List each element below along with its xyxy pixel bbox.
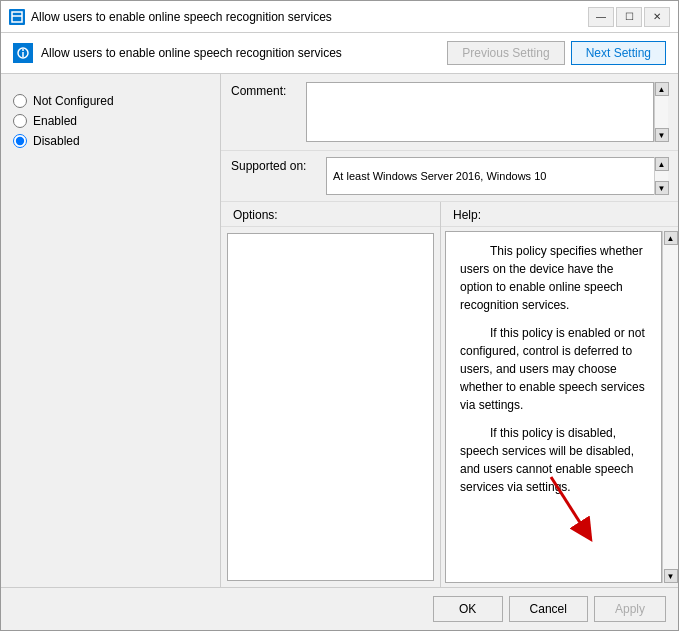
scroll-down-arrow[interactable]: ▼: [655, 128, 669, 142]
supported-scrollbar[interactable]: ▲ ▼: [654, 157, 668, 195]
comment-box-wrapper: ▲ ▼: [306, 82, 668, 142]
apply-button[interactable]: Apply: [594, 596, 666, 622]
header-left: Allow users to enable online speech reco…: [13, 43, 342, 63]
help-scroll-up[interactable]: ▲: [664, 231, 678, 245]
radio-disabled-input[interactable]: [13, 134, 27, 148]
left-panel: Not Configured Enabled Disabled: [1, 74, 221, 587]
svg-rect-0: [12, 12, 22, 22]
help-text: This policy specifies whether users on t…: [445, 231, 662, 583]
header-title: Allow users to enable online speech reco…: [41, 46, 342, 60]
minimize-button[interactable]: —: [588, 7, 614, 27]
help-para-1: This policy specifies whether users on t…: [460, 242, 647, 314]
radio-disabled[interactable]: Disabled: [13, 134, 208, 148]
radio-not-configured-input[interactable]: [13, 94, 27, 108]
svg-line-5: [551, 477, 586, 532]
help-panel: Help: This policy specifies whether user…: [441, 202, 678, 587]
radio-enabled-input[interactable]: [13, 114, 27, 128]
help-label: Help:: [441, 202, 678, 227]
header-icon: [13, 43, 33, 63]
arrow-annotation: [531, 467, 611, 552]
supported-box-wrapper: At least Windows Server 2016, Windows 10…: [326, 157, 668, 195]
ok-button[interactable]: OK: [433, 596, 503, 622]
svg-point-3: [22, 49, 24, 51]
close-button[interactable]: ✕: [644, 7, 670, 27]
supported-value: At least Windows Server 2016, Windows 10: [326, 157, 668, 195]
maximize-button[interactable]: ☐: [616, 7, 642, 27]
comment-textarea[interactable]: [306, 82, 654, 142]
window-title: Allow users to enable online speech reco…: [31, 10, 332, 24]
scroll-up-arrow[interactable]: ▲: [655, 82, 669, 96]
radio-group: Not Configured Enabled Disabled: [13, 84, 208, 158]
help-para-2: If this policy is enabled or not configu…: [460, 324, 647, 414]
prev-setting-button[interactable]: Previous Setting: [447, 41, 564, 65]
header-section: Allow users to enable online speech reco…: [1, 33, 678, 74]
supported-scroll-track: [655, 171, 668, 181]
comment-label: Comment:: [231, 82, 296, 142]
supported-scroll-down[interactable]: ▼: [655, 181, 669, 195]
radio-enabled-label: Enabled: [33, 114, 77, 128]
title-bar-left: Allow users to enable online speech reco…: [9, 9, 332, 25]
main-window: Allow users to enable online speech reco…: [0, 0, 679, 631]
title-bar: Allow users to enable online speech reco…: [1, 1, 678, 33]
supported-section: Supported on: At least Windows Server 20…: [221, 151, 678, 202]
supported-label: Supported on:: [231, 157, 316, 173]
main-content: Not Configured Enabled Disabled Comment:: [1, 74, 678, 587]
supported-scroll-up[interactable]: ▲: [655, 157, 669, 171]
help-scroll-track: [663, 245, 678, 569]
options-box: [227, 233, 434, 581]
radio-not-configured-label: Not Configured: [33, 94, 114, 108]
next-setting-button[interactable]: Next Setting: [571, 41, 666, 65]
radio-not-configured[interactable]: Not Configured: [13, 94, 208, 108]
options-label: Options:: [221, 202, 440, 227]
radio-disabled-label: Disabled: [33, 134, 80, 148]
options-panel: Options:: [221, 202, 441, 587]
help-scroll-down[interactable]: ▼: [664, 569, 678, 583]
panels-row: Options: Help: This policy specifies whe…: [221, 202, 678, 587]
header-buttons: Previous Setting Next Setting: [447, 41, 666, 65]
right-panel: Comment: ▲ ▼ Supported on: At least Wind…: [221, 74, 678, 587]
footer: OK Cancel Apply: [1, 587, 678, 630]
comment-section: Comment: ▲ ▼: [221, 74, 678, 151]
help-scrollbar[interactable]: ▲ ▼: [662, 231, 678, 583]
comment-scrollbar[interactable]: ▲ ▼: [654, 82, 668, 142]
window-icon: [9, 9, 25, 25]
help-content-wrapper: This policy specifies whether users on t…: [441, 227, 678, 587]
title-bar-controls: — ☐ ✕: [588, 7, 670, 27]
radio-enabled[interactable]: Enabled: [13, 114, 208, 128]
scroll-track: [655, 96, 668, 128]
cancel-button[interactable]: Cancel: [509, 596, 588, 622]
